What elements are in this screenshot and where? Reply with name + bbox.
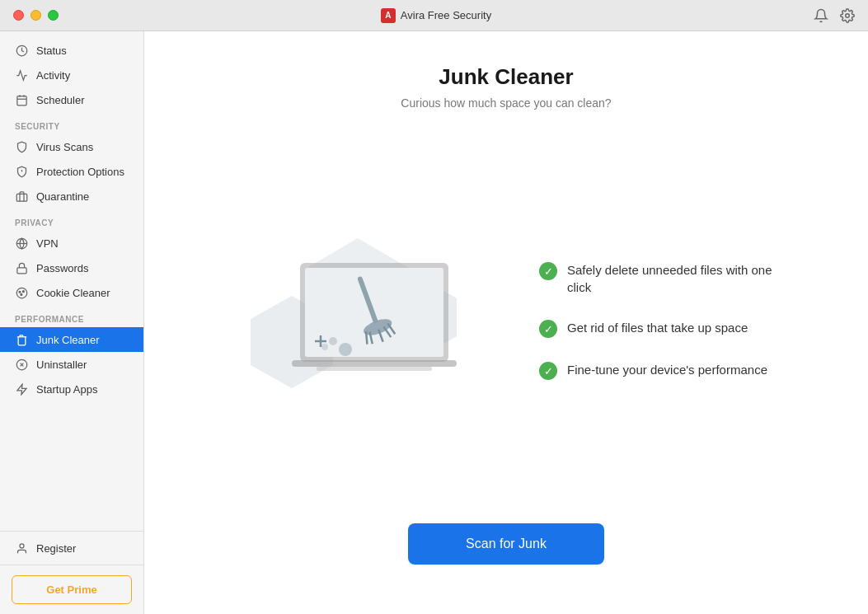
register-label: Register (36, 542, 76, 555)
svg-point-34 (339, 343, 352, 356)
svg-rect-36 (292, 360, 457, 367)
feature-text-1: Get rid of files that take up space (567, 319, 748, 336)
sidebar-item-junk-cleaner[interactable]: Junk Cleaner (0, 327, 143, 352)
sidebar-item-passwords[interactable]: Passwords (0, 255, 143, 280)
passwords-icon (15, 261, 28, 274)
sidebar-item-activity-label: Activity (36, 69, 70, 82)
section-security: SECURITY (0, 112, 143, 134)
quarantine-icon (15, 190, 28, 203)
svg-rect-2 (16, 96, 26, 105)
sidebar-item-uninstaller[interactable]: Uninstaller (0, 352, 143, 377)
scheduler-icon (15, 93, 28, 106)
sidebar-item-scheduler[interactable]: Scheduler (0, 87, 143, 112)
scan-button-wrapper: Scan for Junk (194, 523, 819, 581)
sidebar-item-register[interactable]: Register (0, 531, 143, 565)
sidebar-item-quarantine-label: Quarantine (36, 190, 89, 203)
close-button[interactable] (13, 10, 24, 21)
svg-point-33 (329, 337, 337, 345)
maximize-button[interactable] (48, 10, 59, 21)
svg-marker-19 (16, 384, 26, 395)
content-area: ✓ Safely delete unneeded files with one … (194, 143, 819, 499)
get-prime-button[interactable]: Get Prime (12, 575, 132, 604)
svg-point-13 (19, 291, 21, 293)
sidebar-item-cookie-cleaner[interactable]: Cookie Cleaner (0, 280, 143, 305)
svg-rect-8 (16, 194, 27, 201)
illustration-svg (226, 213, 490, 419)
sidebar-item-virus-scans[interactable]: Virus Scans (0, 134, 143, 159)
sidebar-item-passwords-label: Passwords (36, 262, 89, 274)
section-privacy: PRIVACY (0, 209, 143, 231)
sidebar-item-vpn-label: VPN (36, 237, 59, 250)
app-body: Status Activity Scheduler SECURITY (0, 31, 868, 614)
check-icon-0: ✓ (539, 262, 557, 280)
sidebar: Status Activity Scheduler SECURITY (0, 31, 144, 614)
page-title: Junk Cleaner (439, 64, 573, 90)
sidebar-item-junk-cleaner-label: Junk Cleaner (36, 334, 100, 346)
svg-rect-37 (317, 367, 432, 371)
register-icon (15, 541, 28, 555)
avira-logo: A (381, 8, 396, 23)
protection-options-icon (15, 165, 28, 178)
sidebar-item-protection-options[interactable]: Protection Options (0, 159, 143, 184)
features-list: ✓ Safely delete unneeded files with one … (539, 261, 786, 380)
svg-point-0 (846, 13, 850, 17)
sidebar-item-protection-options-label: Protection Options (36, 166, 124, 178)
section-performance: PERFORMANCE (0, 305, 143, 327)
traffic-lights (13, 10, 59, 21)
sidebar-item-virus-scans-label: Virus Scans (36, 141, 93, 153)
svg-point-15 (20, 293, 21, 295)
sidebar-item-startup-apps[interactable]: Startup Apps (0, 377, 143, 401)
app-title: Avira Free Security (401, 9, 491, 21)
settings-icon[interactable] (840, 8, 855, 23)
cookie-cleaner-icon (15, 286, 28, 299)
svg-point-14 (22, 290, 24, 292)
feature-item-2: ✓ Fine-tune your device's performance (539, 361, 786, 380)
sidebar-item-activity[interactable]: Activity (0, 63, 143, 87)
junk-cleaner-icon (15, 333, 28, 346)
page-subtitle: Curious how much space you can clean? (401, 96, 611, 110)
feature-item-0: ✓ Safely delete unneeded files with one … (539, 261, 786, 296)
svg-point-35 (321, 344, 328, 350)
feature-text-0: Safely delete unneeded files with one cl… (567, 261, 786, 296)
notifications-icon[interactable] (814, 8, 828, 23)
status-icon (15, 44, 28, 57)
uninstaller-icon (15, 358, 28, 371)
scan-for-junk-button[interactable]: Scan for Junk (408, 523, 604, 565)
app-title-bar: A Avira Free Security (381, 8, 491, 23)
sidebar-nav: Status Activity Scheduler SECURITY (0, 31, 143, 531)
activity-icon (15, 68, 28, 82)
sidebar-item-status[interactable]: Status (0, 38, 143, 63)
sidebar-item-scheduler-label: Scheduler (36, 94, 85, 106)
sidebar-item-status-label: Status (36, 45, 67, 57)
titlebar-actions (814, 8, 855, 23)
feature-item-1: ✓ Get rid of files that take up space (539, 319, 786, 338)
virus-scans-icon (15, 140, 28, 153)
sidebar-item-startup-apps-label: Startup Apps (36, 383, 97, 396)
junk-cleaner-illustration (226, 213, 490, 428)
main-content: Junk Cleaner Curious how much space you … (144, 31, 868, 614)
check-icon-1: ✓ (539, 320, 557, 338)
sidebar-item-quarantine[interactable]: Quarantine (0, 184, 143, 209)
sidebar-item-uninstaller-label: Uninstaller (36, 359, 87, 371)
svg-rect-11 (16, 267, 26, 273)
minimize-button[interactable] (30, 10, 41, 21)
sidebar-item-cookie-cleaner-label: Cookie Cleaner (36, 287, 110, 299)
check-icon-2: ✓ (539, 362, 557, 380)
sidebar-item-vpn[interactable]: VPN (0, 231, 143, 255)
svg-point-20 (20, 543, 24, 547)
svg-point-12 (16, 288, 27, 298)
vpn-icon (15, 237, 28, 250)
titlebar: A Avira Free Security (0, 0, 868, 31)
startup-apps-icon (15, 382, 28, 396)
sidebar-footer: Get Prime (0, 565, 143, 614)
feature-text-2: Fine-tune your device's performance (567, 361, 767, 378)
